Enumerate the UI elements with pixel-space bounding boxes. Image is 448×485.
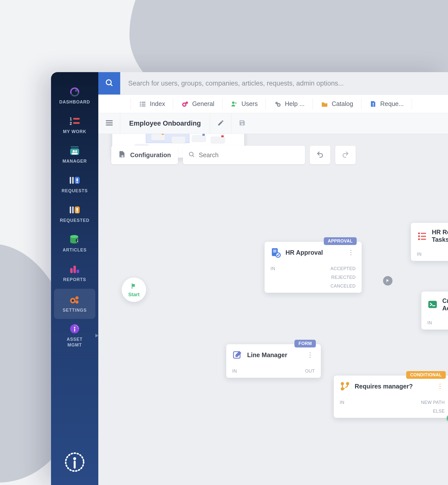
- node-requires-manager[interactable]: CONDITIONAL Requires manager? ⋮ IN: [334, 376, 448, 418]
- gear-icon: [181, 100, 189, 108]
- svg-rect-20: [76, 208, 78, 211]
- kebab-menu[interactable]: ⋮: [305, 351, 315, 359]
- configuration-label: Configuration: [130, 151, 171, 159]
- workflow-start-node[interactable]: Start: [122, 278, 146, 302]
- port-canceled: CANCELED: [331, 284, 356, 289]
- search-icon: [105, 79, 113, 88]
- svg-point-57: [373, 105, 374, 106]
- save-button[interactable]: [231, 113, 253, 134]
- document-check-icon: [271, 247, 281, 258]
- svg-rect-70: [273, 251, 277, 252]
- svg-rect-13: [72, 177, 74, 184]
- search-icon: [188, 151, 195, 159]
- port-new-path: NEW PATH: [421, 400, 445, 405]
- sidebar-item-manager[interactable]: MANAGER: [51, 141, 98, 170]
- undo-icon: [316, 151, 324, 159]
- index-icon: [139, 100, 146, 108]
- sidebar-label: REQUESTS: [61, 188, 88, 194]
- svg-point-33: [75, 300, 79, 304]
- sidebar-item-reports[interactable]: REPORTS: [51, 259, 98, 289]
- canvas-search-input[interactable]: [199, 151, 299, 159]
- kebab-menu[interactable]: ⋮: [346, 249, 356, 256]
- port-rejected: REJECTED: [331, 275, 356, 280]
- app-frame: DASHBOARD 12 MY WORK MANAGER REQUESTS RE…: [51, 72, 448, 485]
- svg-rect-12: [70, 177, 71, 184]
- connector-flag-badge[interactable]: [383, 276, 392, 286]
- node-title: Create Azure Account: [442, 297, 448, 312]
- svg-rect-44: [140, 103, 141, 104]
- sidebar-label: MGMT: [67, 342, 82, 348]
- svg-rect-28: [73, 266, 76, 273]
- flag-icon: [130, 282, 138, 291]
- node-hr-approval[interactable]: APPROVAL HR Approval ⋮ IN ACCEPTED REJEC…: [265, 242, 362, 293]
- gears-icon: [68, 294, 81, 305]
- configuration-button[interactable]: Configuration: [111, 146, 178, 164]
- svg-rect-38: [74, 461, 76, 469]
- svg-rect-25: [77, 239, 78, 240]
- save-icon: [239, 119, 246, 127]
- sidebar-item-requests[interactable]: REQUESTS: [51, 170, 98, 200]
- edit-icon: [217, 119, 224, 127]
- terminal-icon: [427, 299, 438, 310]
- node-hr-registration-tasks[interactable]: HR Registration Tasks IN: [411, 223, 448, 261]
- topbar: [98, 72, 448, 95]
- node-title: Line Manager: [247, 351, 301, 359]
- tab-help[interactable]: Help ...: [266, 98, 313, 110]
- requested-icon: [68, 204, 81, 215]
- sidebar-item-requested[interactable]: REQUESTED: [51, 200, 98, 230]
- sidebar-label: ASSET: [67, 337, 83, 342]
- global-search-input[interactable]: [120, 72, 448, 95]
- tab-users[interactable]: Users: [223, 98, 266, 110]
- sidebar-item-articles[interactable]: ARTICLES: [51, 230, 98, 259]
- node-create-azure-account[interactable]: Create Azure Account IN: [421, 291, 448, 330]
- svg-rect-17: [70, 206, 71, 213]
- database-icon: [68, 234, 81, 245]
- workflow-editor: Configuration: [98, 134, 448, 485]
- page-header: Employee Onboarding: [98, 113, 448, 134]
- manager-icon: [68, 145, 81, 156]
- hamburger-button[interactable]: [98, 113, 120, 134]
- svg-point-55: [278, 104, 280, 105]
- main-panel: Index General Users Help ...: [98, 72, 448, 485]
- svg-text:2: 2: [70, 121, 72, 126]
- tab-catalog[interactable]: Catalog: [313, 98, 361, 110]
- svg-point-51: [232, 101, 234, 104]
- edit-button[interactable]: [210, 113, 231, 134]
- svg-point-36: [74, 327, 75, 328]
- sidebar-item-settings[interactable]: SETTINGS: [54, 289, 95, 319]
- svg-rect-47: [142, 105, 145, 106]
- node-title: HR Registration Tasks: [432, 228, 448, 243]
- folder-icon: [321, 100, 328, 108]
- kebab-menu[interactable]: ⋮: [435, 383, 445, 390]
- tab-index[interactable]: Index: [131, 98, 173, 110]
- asset-mgmt-icon: [68, 323, 81, 334]
- svg-line-41: [111, 84, 112, 86]
- port-in: IN: [417, 252, 422, 257]
- tab-requests[interactable]: Reque...: [361, 98, 412, 110]
- undo-button[interactable]: [310, 146, 330, 164]
- redo-icon: [342, 151, 349, 159]
- svg-point-52: [235, 102, 237, 104]
- canvas-search[interactable]: [183, 146, 305, 164]
- sidebar-item-dashboard[interactable]: DASHBOARD: [51, 82, 98, 111]
- sidebar-item-my-work[interactable]: 12 MY WORK: [51, 111, 98, 141]
- svg-rect-78: [421, 239, 426, 240]
- approval-badge: APPROVAL: [324, 237, 357, 245]
- node-title: HR Approval: [285, 249, 342, 256]
- sidebar: DASHBOARD 12 MY WORK MANAGER REQUESTS RE…: [51, 72, 98, 485]
- svg-rect-29: [77, 270, 79, 273]
- numbered-list-icon: 12: [68, 116, 81, 127]
- svg-point-21: [76, 211, 78, 212]
- tab-general[interactable]: General: [173, 98, 223, 110]
- svg-rect-11: [72, 153, 78, 154]
- global-search-button[interactable]: [98, 72, 120, 95]
- node-line-manager[interactable]: FORM Line Manager ⋮ IN OUT: [226, 344, 321, 378]
- svg-rect-35: [74, 328, 75, 332]
- sidebar-label: MY WORK: [63, 129, 86, 134]
- port-in: IN: [340, 400, 344, 405]
- sidebar-item-asset-mgmt[interactable]: ASSET MGMT ▶: [51, 319, 98, 352]
- redo-button[interactable]: [335, 146, 356, 164]
- conditional-badge: CONDITIONAL: [406, 371, 446, 379]
- port-in: IN: [232, 369, 237, 374]
- svg-rect-60: [106, 125, 113, 126]
